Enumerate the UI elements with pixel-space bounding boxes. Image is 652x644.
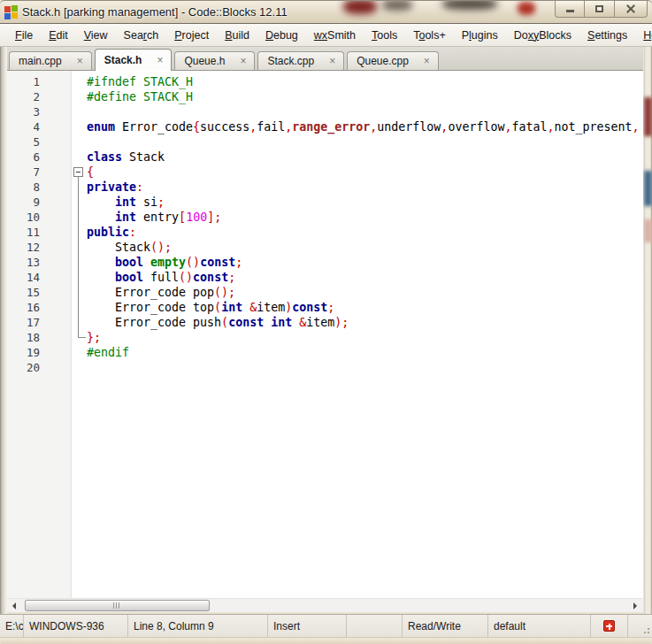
code-text[interactable]: bool empty()const; — [87, 255, 643, 270]
tab-close-icon[interactable]: × — [73, 55, 87, 67]
background-blur-blob — [382, 0, 412, 11]
tab-close-icon[interactable]: × — [326, 55, 339, 67]
tab-queue-h[interactable]: Queue.h× — [174, 51, 255, 70]
code-text[interactable]: { — [87, 165, 643, 180]
gutter-spacer — [40, 74, 71, 89]
scroll-right-button[interactable] — [628, 599, 642, 612]
menu-search[interactable]: Search — [116, 29, 167, 42]
tab-stack-h[interactable]: Stack.h× — [95, 49, 173, 71]
code-editor[interactable]: 1#ifndef STACK_H2#define STACK_H34enum E… — [7, 71, 643, 598]
code-line: 20 — [7, 360, 643, 375]
maximize-button[interactable] — [585, 1, 615, 18]
status-insert-mode: Insert — [268, 615, 347, 637]
line-number: 3 — [7, 104, 40, 119]
status-icon-cell — [591, 615, 628, 637]
horizontal-scrollbar[interactable] — [7, 598, 643, 612]
close-button[interactable] — [615, 1, 648, 18]
code-line: 8private: — [7, 180, 643, 195]
fold-margin — [71, 210, 87, 225]
code-text[interactable]: private: — [87, 180, 643, 195]
status-highlight-mode: default — [488, 615, 591, 637]
line-number: 6 — [7, 150, 40, 165]
background-blur-blob — [518, 2, 535, 15]
menu-project[interactable]: Project — [166, 29, 217, 42]
fold-margin — [71, 150, 87, 165]
fold-margin — [71, 240, 87, 255]
tab-close-icon[interactable]: × — [420, 55, 433, 67]
code-text[interactable]: #ifndef STACK_H — [87, 74, 643, 89]
code-text[interactable]: enum Error_code{success,fail,range_error… — [87, 119, 643, 134]
background-blur-blob — [343, 0, 377, 14]
tab-queue-cpp[interactable]: Queue.cpp× — [347, 51, 439, 70]
gutter-spacer — [40, 210, 71, 225]
line-number: 17 — [7, 315, 40, 330]
menu-tools[interactable]: Tools+ — [405, 29, 453, 42]
code-line: 19#endif — [7, 345, 643, 360]
scroll-left-button[interactable] — [7, 599, 21, 612]
status-bar: E:\coWINDOWS-936Line 8, Column 9InsertRe… — [0, 614, 652, 637]
line-number: 8 — [7, 180, 40, 195]
code-line: 3 — [7, 104, 643, 119]
title-bar[interactable]: Stack.h [parking management] - Code::Blo… — [0, 0, 652, 23]
code-text[interactable] — [87, 360, 643, 375]
code-text[interactable]: class Stack — [87, 150, 643, 165]
code-text[interactable]: Error_code top(int &item)const; — [87, 300, 643, 315]
line-number: 15 — [7, 285, 40, 300]
line-number: 14 — [7, 270, 40, 285]
menu-help[interactable]: Help — [635, 29, 652, 42]
tab-close-icon[interactable]: × — [236, 55, 249, 67]
code-line: 1#ifndef STACK_H — [7, 74, 643, 89]
red-cross-badge-icon[interactable] — [603, 620, 615, 632]
gutter-spacer — [40, 345, 71, 360]
code-text[interactable]: Stack(); — [87, 240, 643, 255]
status-filler — [628, 615, 652, 637]
code-text[interactable]: public: — [87, 225, 643, 240]
gutter-spacer — [40, 134, 71, 150]
code-text[interactable] — [87, 134, 643, 150]
codeblocks-app-icon[interactable] — [4, 5, 18, 19]
menu-view[interactable]: View — [76, 29, 116, 42]
code-text[interactable]: int si; — [87, 195, 643, 210]
code-line: 9 int si; — [7, 195, 643, 210]
fold-margin — [71, 360, 87, 375]
code-text[interactable]: int entry[100]; — [87, 210, 643, 225]
fold-toggle-icon[interactable] — [71, 165, 87, 180]
background-blur-blob — [442, 0, 497, 10]
gutter-spacer — [40, 119, 71, 134]
status-cursor-position: Line 8, Column 9 — [128, 615, 268, 637]
tab-close-icon[interactable]: × — [153, 54, 166, 66]
code-text[interactable]: #endif — [87, 345, 643, 360]
menu-debug[interactable]: Debug — [257, 29, 306, 42]
code-text[interactable]: bool full()const; — [87, 270, 643, 285]
scrollbar-thumb[interactable] — [25, 600, 210, 611]
menu-tools[interactable]: Tools — [364, 29, 405, 42]
tab-main-cpp[interactable]: main.cpp× — [9, 51, 92, 70]
tab-stack-cpp[interactable]: Stack.cpp× — [257, 51, 344, 70]
code-text[interactable] — [87, 104, 643, 119]
menu-file[interactable]: File — [7, 29, 41, 42]
fold-margin — [71, 315, 87, 330]
window-bottom-border — [0, 637, 652, 644]
minimize-button[interactable] — [555, 1, 585, 18]
menu-doxyblocks[interactable]: DoxyBlocks — [506, 29, 579, 42]
line-number: 18 — [7, 330, 40, 345]
menu-edit[interactable]: Edit — [41, 29, 76, 42]
resize-grip[interactable] — [640, 625, 649, 633]
window-left-border — [0, 47, 7, 614]
menu-plugins[interactable]: Plugins — [454, 29, 506, 42]
code-text[interactable]: #define STACK_H — [87, 89, 643, 104]
code-text[interactable]: Error_code push(const int &item); — [87, 315, 643, 330]
codeblocks-window: { "window": { "title": "Stack.h [parking… — [0, 0, 652, 644]
gutter-spacer — [40, 285, 71, 300]
menu-settings[interactable]: Settings — [579, 29, 635, 42]
code-text[interactable]: }; — [87, 330, 643, 345]
line-number: 5 — [7, 134, 40, 150]
gutter-spacer — [40, 255, 71, 270]
code-line: 16 Error_code top(int &item)const; — [7, 300, 643, 315]
code-line: 7{ — [7, 165, 643, 180]
menu-wxsmith[interactable]: wxSmith — [306, 29, 364, 42]
line-number: 1 — [7, 74, 40, 89]
menu-build[interactable]: Build — [217, 29, 257, 42]
code-text[interactable]: Error_code pop(); — [87, 285, 643, 300]
code-line: 11public: — [7, 225, 643, 240]
